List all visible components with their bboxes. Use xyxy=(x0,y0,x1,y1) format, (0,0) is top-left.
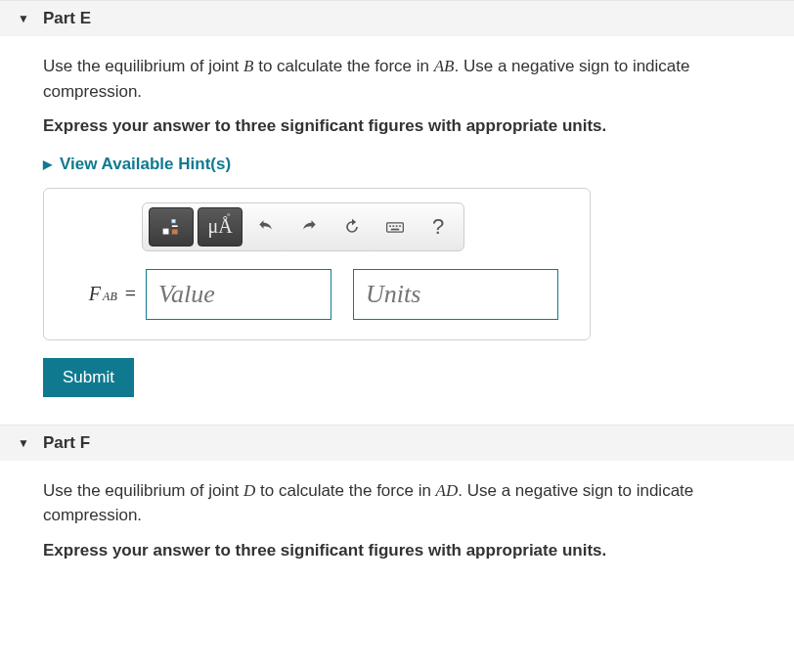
prompt-joint: B xyxy=(243,57,253,75)
keyboard-icon xyxy=(385,217,405,237)
svg-rect-4 xyxy=(172,229,178,234)
prompt-text: Use the equilibrium of joint xyxy=(43,57,243,75)
part-e-title: Part E xyxy=(43,9,91,28)
part-f-instruction: Express your answer to three significant… xyxy=(43,538,751,563)
part-f-title: Part F xyxy=(43,433,90,453)
undo-icon xyxy=(256,217,276,237)
part-e-header[interactable]: ▼ Part E xyxy=(0,0,794,36)
special-chars-button[interactable]: μÅ° xyxy=(198,207,243,246)
keyboard-button[interactable] xyxy=(375,207,415,246)
templates-button[interactable] xyxy=(149,207,194,246)
undo-button[interactable] xyxy=(246,207,286,246)
part-e-prompt: Use the equilibrium of joint B to calcul… xyxy=(43,54,751,104)
variable-sub: AB xyxy=(103,290,117,304)
prompt-text: Use the equilibrium of joint xyxy=(43,481,243,500)
submit-button[interactable]: Submit xyxy=(43,358,134,397)
part-e-instruction: Express your answer to three significant… xyxy=(43,113,751,139)
svg-rect-1 xyxy=(172,219,175,222)
reset-icon xyxy=(342,217,362,237)
view-hints-toggle[interactable]: ▶ View Available Hint(s) xyxy=(43,155,231,174)
equals-sign: = xyxy=(125,283,136,305)
answer-box: μÅ° ? xyxy=(43,188,591,340)
part-f-body: Use the equilibrium of joint D to calcul… xyxy=(0,461,794,571)
chevron-right-icon: ▶ xyxy=(43,157,52,171)
svg-rect-8 xyxy=(396,225,398,227)
svg-rect-10 xyxy=(391,228,399,230)
svg-rect-6 xyxy=(389,225,391,227)
svg-rect-9 xyxy=(399,225,401,227)
svg-rect-7 xyxy=(393,225,395,227)
hints-label: View Available Hint(s) xyxy=(60,155,231,174)
redo-icon xyxy=(299,217,319,237)
prompt-member: AB xyxy=(434,57,455,75)
part-f-prompt: Use the equilibrium of joint D to calcul… xyxy=(43,478,751,528)
units-input[interactable] xyxy=(353,269,558,320)
part-e-body: Use the equilibrium of joint B to calcul… xyxy=(0,36,794,425)
prompt-text: to calculate the force in xyxy=(255,481,435,500)
prompt-member: AD xyxy=(436,481,459,500)
prompt-joint: D xyxy=(243,481,255,500)
templates-icon xyxy=(161,217,181,237)
help-icon: ? xyxy=(432,214,444,240)
value-input[interactable] xyxy=(146,269,331,320)
help-button[interactable]: ? xyxy=(419,207,458,246)
answer-row: FAB = xyxy=(60,269,574,320)
variable-main: F xyxy=(89,283,101,305)
svg-rect-5 xyxy=(387,222,404,231)
reset-button[interactable] xyxy=(332,207,372,246)
mu-angstrom-icon: μÅ° xyxy=(207,215,232,238)
chevron-down-icon: ▼ xyxy=(18,436,29,450)
part-f-header[interactable]: ▼ Part F xyxy=(0,425,794,461)
chevron-down-icon: ▼ xyxy=(18,12,29,25)
redo-button[interactable] xyxy=(289,207,329,246)
variable-label: FAB = xyxy=(60,283,136,305)
equation-toolbar: μÅ° ? xyxy=(142,202,464,251)
svg-rect-0 xyxy=(163,228,169,234)
prompt-text: to calculate the force in xyxy=(253,57,433,75)
